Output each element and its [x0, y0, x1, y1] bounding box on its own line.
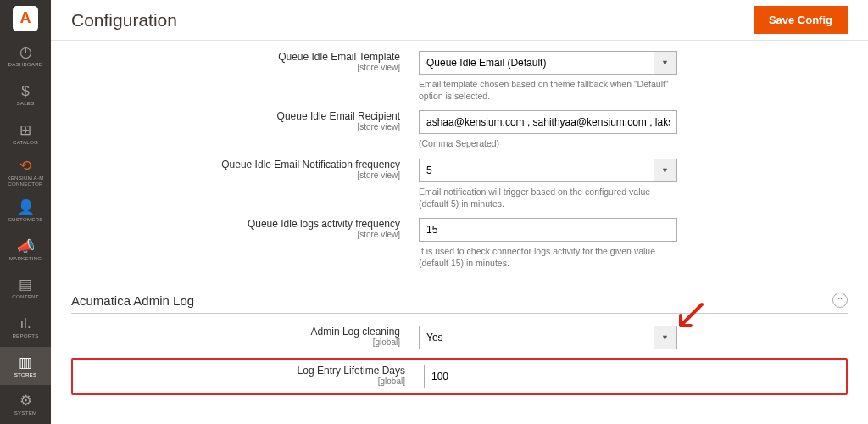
section-title: Acumatica Admin Log	[71, 293, 194, 308]
help-email-recipient: (Comma Seperated)	[419, 137, 677, 149]
field-log-lifetime: Log Entry Lifetime Days[global]	[76, 365, 843, 388]
section-header[interactable]: Acumatica Admin Log ⌃	[71, 284, 848, 314]
label-logs-frequency: Queue Idle logs activity frequency	[71, 218, 400, 230]
nav-dashboard[interactable]: ◷Dashboard	[0, 37, 51, 76]
label-email-recipient: Queue Idle Email Recipient	[71, 110, 400, 122]
reports-icon: ıl.	[19, 316, 31, 331]
main: Configuration Save Config Queue Idle Ema…	[51, 0, 868, 424]
nav-content[interactable]: ▤Content	[0, 270, 51, 309]
help-logs-frequency: It is used to check connector logs activ…	[419, 245, 677, 269]
dashboard-icon: ◷	[19, 45, 32, 59]
log-lifetime-input[interactable]	[424, 365, 682, 388]
nav-connector[interactable]: ⟲Kensium A-M Connector	[0, 153, 51, 192]
email-recipient-input[interactable]	[419, 110, 677, 134]
label-notif-frequency: Queue Idle Email Notification frequency	[71, 159, 400, 170]
field-log-cleaning: Admin Log cleaning[global] Yes ▼	[71, 326, 848, 349]
field-email-template: Queue Idle Email Template[store view] Qu…	[71, 51, 848, 102]
catalog-icon: ⊞	[19, 123, 31, 137]
nav-reports[interactable]: ıl.Reports	[0, 308, 51, 347]
stores-icon: ▥	[19, 355, 32, 370]
marketing-icon: 📣	[17, 239, 35, 254]
system-icon: ⚙	[19, 393, 32, 408]
content: Queue Idle Email Template[store view] Qu…	[51, 41, 868, 424]
customers-icon: 👤	[17, 200, 35, 215]
notif-frequency-select[interactable]: 5	[419, 159, 677, 182]
sales-icon: $	[21, 84, 29, 98]
field-notif-frequency: Queue Idle Email Notification frequency[…	[71, 159, 848, 209]
log-cleaning-select[interactable]: Yes	[419, 326, 677, 349]
help-email-template: Email template chosen based on theme fal…	[419, 78, 677, 102]
topbar: Configuration Save Config	[51, 0, 868, 41]
collapse-icon[interactable]: ⌃	[832, 293, 848, 308]
logo-letter: A	[13, 6, 38, 31]
content-icon: ▤	[19, 277, 32, 292]
arrow-annotation-icon	[672, 300, 706, 334]
sidebar: A ◷Dashboard $Sales ⊞Catalog ⟲Kensium A-…	[0, 0, 51, 424]
nav-system[interactable]: ⚙System	[0, 385, 51, 424]
connector-icon: ⟲	[19, 159, 31, 173]
page-title: Configuration	[71, 10, 177, 31]
field-logs-frequency: Queue Idle logs activity frequency[store…	[71, 218, 848, 269]
logs-frequency-input[interactable]	[419, 218, 677, 242]
logo: A	[0, 0, 51, 37]
nav-customers[interactable]: 👤Customers	[0, 192, 51, 231]
help-notif-frequency: Email notification will trigger based on…	[419, 186, 677, 209]
nav-marketing[interactable]: 📣Marketing	[0, 231, 51, 270]
field-email-recipient: Queue Idle Email Recipient[store view] (…	[71, 110, 848, 149]
nav-stores[interactable]: ▥Stores	[0, 347, 51, 386]
nav-catalog[interactable]: ⊞Catalog	[0, 114, 51, 153]
label-log-cleaning: Admin Log cleaning	[71, 326, 400, 338]
label-email-template: Queue Idle Email Template	[71, 51, 400, 63]
save-config-button[interactable]: Save Config	[754, 6, 848, 34]
highlight-box: Log Entry Lifetime Days[global]	[71, 358, 848, 395]
nav-sales[interactable]: $Sales	[0, 75, 51, 114]
label-log-lifetime: Log Entry Lifetime Days	[76, 365, 405, 377]
email-template-select[interactable]: Queue Idle Email (Default)	[419, 51, 677, 75]
